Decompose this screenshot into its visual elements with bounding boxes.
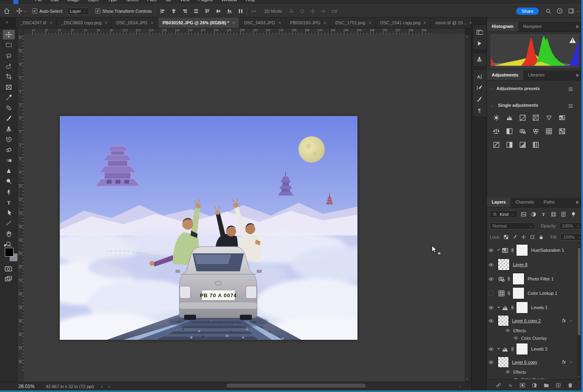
lock-artboard-icon[interactable]: [530, 234, 535, 240]
search-icon[interactable]: [545, 8, 552, 14]
menu-filter[interactable]: Filter: [147, 0, 157, 2]
filter-image-icon[interactable]: [520, 211, 527, 218]
tool-type[interactable]: T: [3, 198, 15, 207]
align-center-v-icon[interactable]: [215, 8, 222, 14]
layer-mask-thumbnail[interactable]: [512, 287, 524, 299]
layer-mask-thumbnail[interactable]: [516, 244, 528, 256]
auto-select-target-dropdown[interactable]: Layer ⌄: [67, 8, 89, 15]
canvas-vertical-scrollbar[interactable]: ˄ ˅: [465, 34, 470, 382]
document-tab-1[interactable]: _DSC9603 copy.png×: [57, 18, 112, 28]
fx-collapse-icon[interactable]: ˄: [570, 361, 572, 364]
layer-row-4[interactable]: Levels 1: [487, 300, 576, 315]
chevron-down-icon[interactable]: ⌄: [24, 9, 27, 13]
tool-hand[interactable]: [3, 229, 15, 239]
visibility-toggle[interactable]: [487, 359, 495, 366]
scroll-down-icon[interactable]: ˅: [466, 377, 468, 381]
tab-close-icon[interactable]: ×: [151, 20, 153, 25]
adjustment-gradient-map[interactable]: [519, 141, 526, 149]
document-tab-0[interactable]: _DSC4247.tif×: [16, 18, 57, 28]
lock-transparent-icon[interactable]: [503, 234, 509, 240]
tool-blur[interactable]: [3, 166, 15, 176]
adjustments-presets-row[interactable]: › Adjustments presets: [491, 86, 578, 91]
document-tab-6[interactable]: DSC_1701.png×: [331, 18, 376, 28]
show-transform-checkbox[interactable]: ✓ Show Transform Controls: [95, 8, 152, 14]
visibility-toggle[interactable]: [487, 317, 495, 324]
tool-move[interactable]: [3, 30, 15, 39]
document-tab-4[interactable]: DSC_0493.JPG×: [239, 18, 286, 28]
tool-line[interactable]: [3, 218, 15, 228]
toolbar-expand-icon[interactable]: »: [6, 20, 8, 24]
tab-close-icon[interactable]: ×: [105, 20, 107, 25]
adjustment-posterize[interactable]: [493, 141, 500, 149]
align-right-icon[interactable]: [182, 8, 188, 14]
single-adjustments-row[interactable]: ⌄ Single adjustments: [491, 103, 578, 108]
auto-select-checkbox[interactable]: ✓ Auto-Select:: [32, 8, 63, 14]
document-tab-2[interactable]: DSC_0534.JPG×: [112, 18, 158, 28]
menu-edit[interactable]: Edit: [51, 0, 59, 2]
layer-mask-thumbnail[interactable]: [516, 302, 528, 314]
adjustment-selective-color[interactable]: [532, 141, 540, 149]
document-tab-3[interactable]: PB030192.JPG @ 26% (RGB/8) *×: [158, 18, 240, 28]
screen-mode-icon[interactable]: [4, 275, 13, 284]
panel-button-brushes[interactable]: [473, 94, 485, 104]
edit-toolbar-ellipsis-icon[interactable]: [251, 8, 257, 14]
panel-button-paragraph[interactable]: ¶: [473, 105, 485, 116]
menu-view[interactable]: View: [180, 0, 190, 2]
panel-menu-icon[interactable]: ≡: [576, 73, 579, 78]
adjustment-hue-saturation[interactable]: [558, 114, 566, 122]
tab-close-icon[interactable]: ×: [424, 20, 426, 25]
layer-row-5[interactable]: Layer 6 copy 2fx˄: [487, 315, 576, 327]
tab-histogram[interactable]: Histogram: [487, 22, 518, 31]
scroll-right-icon[interactable]: ›: [459, 384, 461, 389]
tool-dodge[interactable]: [3, 176, 15, 186]
layer-row-6[interactable]: Levels 2: [487, 342, 576, 356]
adjustment-vibrance[interactable]: [545, 114, 553, 122]
layer-row-7[interactable]: Layer 6 copyfx˄: [487, 356, 576, 368]
menu-image[interactable]: Image: [67, 0, 80, 2]
adjustment-photo-filter[interactable]: [519, 127, 526, 135]
lock-position-icon[interactable]: [521, 234, 526, 240]
new-adjustment-icon[interactable]: [531, 382, 538, 388]
tab-close-icon[interactable]: ×: [49, 20, 52, 25]
align-bottom-icon[interactable]: [226, 8, 233, 14]
menu-layer[interactable]: Layer: [88, 0, 99, 2]
document-tab-7[interactable]: DSC_1541 copy.png×: [376, 18, 431, 28]
visibility-toggle[interactable]: [487, 304, 495, 311]
blend-mode-dropdown[interactable]: Normal ⌄: [490, 222, 535, 229]
panel-button-brush-settings[interactable]: [473, 83, 485, 93]
new-layer-icon[interactable]: [555, 382, 561, 388]
tab-paths[interactable]: Paths: [539, 198, 559, 207]
tool-gradient[interactable]: [3, 156, 15, 165]
layer-effect-row[interactable]: Effects: [487, 327, 576, 334]
visibility-toggle[interactable]: [487, 275, 495, 282]
align-center-h-icon[interactable]: [171, 8, 177, 14]
panel-button-clone-source[interactable]: [473, 54, 485, 65]
layer-effect-row[interactable]: Effects: [487, 368, 576, 376]
layer-thumbnail[interactable]: [498, 259, 510, 270]
ruler-corner[interactable]: [18, 28, 24, 34]
tool-lasso[interactable]: [3, 51, 15, 61]
filter-type-icon[interactable]: T: [540, 211, 547, 218]
list-icon[interactable]: [567, 86, 574, 92]
tool-eyedropper[interactable]: [3, 93, 15, 102]
tab-layers[interactable]: Layers: [487, 198, 510, 207]
align-top-icon[interactable]: [204, 8, 210, 14]
adjustment-invert[interactable]: [558, 127, 566, 135]
tool-spot-healing-brush[interactable]: [3, 103, 15, 113]
filter-smart-object-icon[interactable]: [560, 211, 567, 218]
tool-eraser[interactable]: [3, 145, 15, 155]
adjustment-threshold[interactable]: [506, 141, 513, 149]
tab-close-icon[interactable]: ×: [369, 20, 371, 25]
tool-path-selection[interactable]: [3, 208, 15, 218]
adjustment-brightness-contrast[interactable]: [493, 114, 500, 122]
fx-collapse-icon[interactable]: ˄: [570, 319, 572, 323]
adjustment-channel-mixer[interactable]: [532, 127, 540, 135]
delete-layer-icon[interactable]: [567, 382, 573, 388]
layer-mask-thumbnail[interactable]: [512, 273, 524, 285]
layer-row-2[interactable]: Photo Filter 1: [487, 272, 576, 286]
fill-dropdown[interactable]: 100% ⌄: [560, 233, 583, 241]
list-icon[interactable]: [567, 103, 574, 109]
layer-effect-row[interactable]: Color Overlay: [487, 334, 576, 342]
document-canvas[interactable]: PB 70 A 0074: [60, 116, 357, 340]
panel-menu-icon[interactable]: ≡: [576, 200, 579, 205]
